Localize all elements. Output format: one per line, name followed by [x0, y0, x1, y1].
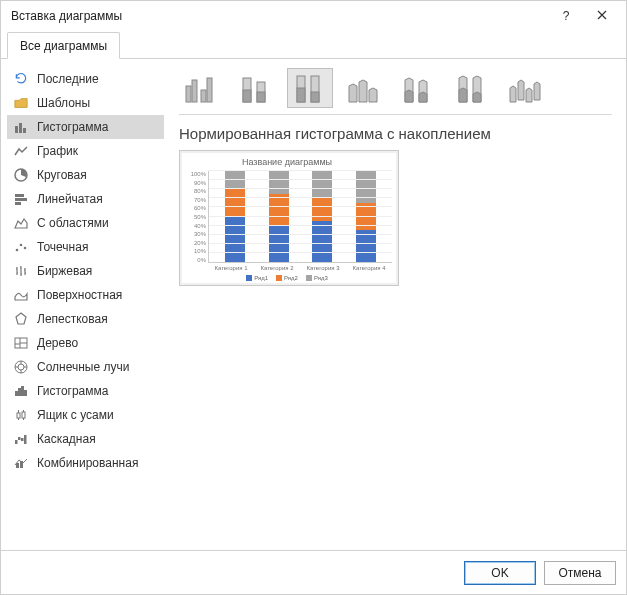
svg-rect-14 — [18, 388, 21, 396]
waterfall-icon — [13, 433, 29, 445]
help-button[interactable]: ? — [548, 2, 584, 30]
svg-rect-13 — [15, 391, 18, 396]
x-axis-labels: Категория 1 Категория 2 Категория 3 Кате… — [208, 265, 392, 271]
svg-rect-28 — [207, 78, 212, 102]
svg-rect-20 — [18, 437, 21, 440]
column-subtype-row — [179, 65, 612, 115]
svg-rect-30 — [243, 90, 251, 102]
sidebar-item-column[interactable]: Гистограмма — [7, 115, 164, 139]
sidebar-item-area[interactable]: С областями — [7, 211, 164, 235]
sidebar-item-stock[interactable]: Биржевая — [7, 259, 164, 283]
subtype-3d-column[interactable] — [503, 68, 549, 108]
bar-1 — [269, 171, 289, 262]
subtype-3d-stacked-column[interactable] — [395, 68, 441, 108]
sidebar-item-combo[interactable]: Комбинированная — [7, 451, 164, 475]
bar-segment — [269, 171, 289, 194]
chart-legend: Ряд1 Ряд2 Ряд3 — [182, 275, 392, 281]
subtype-3d-clustered-column[interactable] — [341, 68, 387, 108]
sidebar-item-waterfall[interactable]: Каскадная — [7, 427, 164, 451]
subtype-3d-100-stacked-column[interactable] — [449, 68, 495, 108]
sidebar-item-label: Линейчатая — [37, 192, 103, 206]
sidebar-item-bar[interactable]: Линейчатая — [7, 187, 164, 211]
svg-rect-16 — [24, 390, 27, 396]
tab-label: Все диаграммы — [20, 39, 107, 53]
sidebar-item-pie[interactable]: Круговая — [7, 163, 164, 187]
chart-plot-area: 100% 90% 80% 70% 60% 50% 40% 30% 20% 10%… — [182, 171, 392, 263]
sidebar-item-scatter[interactable]: Точечная — [7, 235, 164, 259]
titlebar: Вставка диаграммы ? — [1, 1, 626, 31]
svg-rect-17 — [17, 413, 20, 418]
bar-segment — [312, 198, 332, 221]
tab-all-charts[interactable]: Все диаграммы — [7, 32, 120, 59]
y-axis-labels: 100% 90% 80% 70% 60% 50% 40% 30% 20% 10%… — [182, 171, 208, 263]
cancel-button[interactable]: Отмена — [544, 561, 616, 585]
bar-segment — [225, 171, 245, 189]
insert-chart-dialog: Вставка диаграммы ? Все диаграммы Послед… — [0, 0, 627, 595]
sidebar-item-label: Поверхностная — [37, 288, 122, 302]
radar-chart-icon — [13, 312, 29, 326]
ok-button[interactable]: OK — [464, 561, 536, 585]
svg-rect-26 — [192, 80, 197, 102]
help-icon: ? — [563, 9, 570, 23]
combo-chart-icon — [13, 457, 29, 469]
chart-category-list: Последние Шаблоны Гистограмма График — [1, 59, 169, 550]
sidebar-item-label: Гистограмма — [37, 120, 108, 134]
sidebar-item-label: График — [37, 144, 78, 158]
pie-chart-icon — [13, 168, 29, 182]
svg-rect-32 — [257, 92, 265, 102]
legend-item: Ряд2 — [276, 275, 298, 281]
bar-2 — [312, 171, 332, 262]
chart-preview[interactable]: Название диаграммы 100% 90% 80% 70% 60% … — [179, 150, 399, 286]
svg-rect-6 — [15, 202, 21, 205]
svg-rect-5 — [15, 198, 27, 201]
recent-icon — [13, 72, 29, 86]
svg-rect-2 — [23, 128, 26, 133]
close-icon — [597, 9, 607, 23]
sidebar-item-label: Точечная — [37, 240, 88, 254]
bar-segment — [312, 221, 332, 262]
svg-point-12 — [18, 364, 24, 370]
sidebar-item-line[interactable]: График — [7, 139, 164, 163]
sidebar-item-treemap[interactable]: Дерево — [7, 331, 164, 355]
sidebar-item-sunburst[interactable]: Солнечные лучи — [7, 355, 164, 379]
sidebar-item-label: Комбинированная — [37, 456, 138, 470]
bar-3 — [356, 171, 376, 262]
dialog-title: Вставка диаграммы — [11, 9, 548, 23]
dialog-footer: OK Отмена — [1, 550, 626, 594]
histogram-icon — [13, 385, 29, 397]
sidebar-item-radar[interactable]: Лепестковая — [7, 307, 164, 331]
chart-title: Название диаграммы — [182, 157, 392, 167]
sunburst-icon — [13, 360, 29, 374]
subtype-100-stacked-column[interactable] — [287, 68, 333, 108]
sidebar-item-histogram[interactable]: Гистограмма — [7, 379, 164, 403]
svg-point-7 — [16, 249, 19, 252]
subtype-title: Нормированная гистограмма с накоплением — [179, 125, 612, 142]
svg-rect-18 — [22, 412, 25, 418]
sidebar-item-boxwhisker[interactable]: Ящик с усами — [7, 403, 164, 427]
svg-rect-19 — [15, 440, 18, 444]
svg-rect-34 — [297, 88, 305, 102]
subtype-stacked-column[interactable] — [233, 68, 279, 108]
sidebar-item-label: Биржевая — [37, 264, 92, 278]
sidebar-item-label: Дерево — [37, 336, 78, 350]
surface-chart-icon — [13, 289, 29, 301]
bar-segment — [356, 230, 376, 262]
legend-item: Ряд3 — [306, 275, 328, 281]
svg-rect-15 — [21, 386, 24, 396]
treemap-icon — [13, 337, 29, 349]
close-button[interactable] — [584, 2, 620, 30]
sidebar-item-surface[interactable]: Поверхностная — [7, 283, 164, 307]
svg-rect-0 — [15, 126, 18, 133]
sidebar-item-recent[interactable]: Последние — [7, 67, 164, 91]
bar-chart-icon — [13, 193, 29, 205]
templates-icon — [13, 97, 29, 109]
sidebar-item-label: Ящик с усами — [37, 408, 114, 422]
svg-rect-4 — [15, 194, 24, 197]
sidebar-item-label: Круговая — [37, 168, 87, 182]
area-chart-icon — [13, 217, 29, 229]
bar-segment — [269, 194, 289, 226]
subtype-clustered-column[interactable] — [179, 68, 225, 108]
legend-item: Ряд1 — [246, 275, 268, 281]
sidebar-item-label: Каскадная — [37, 432, 96, 446]
sidebar-item-templates[interactable]: Шаблоны — [7, 91, 164, 115]
